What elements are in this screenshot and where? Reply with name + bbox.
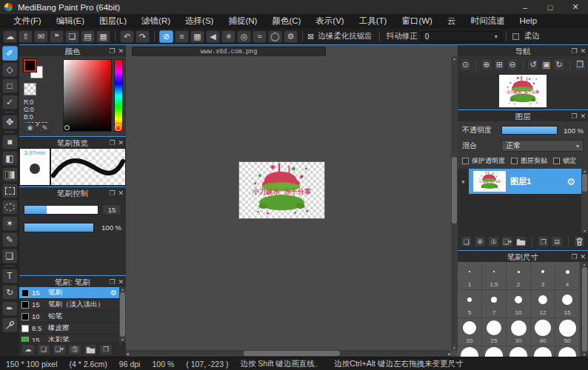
arrow-down-icon[interactable]: ▼ (452, 346, 456, 350)
brush-size-option[interactable]: 1 (458, 262, 482, 290)
polyline-tool[interactable]: ✓ (2, 95, 18, 110)
document-area[interactable] (126, 56, 451, 350)
popout-icon[interactable]: ❐ (571, 113, 577, 120)
transparent-color-swatch[interactable] (24, 83, 36, 95)
layer-visibility-toggle[interactable]: ● (458, 169, 469, 194)
snap-concentric-button[interactable]: ◎ (237, 30, 251, 43)
blend-mode-select[interactable]: 正常 ▾ (501, 140, 584, 152)
canvas-horizontal-scrollbar[interactable]: ◀ ▶ (126, 350, 451, 357)
menu-help[interactable]: Help (512, 14, 544, 28)
arrow-up-icon[interactable]: ▲ (583, 262, 587, 266)
pen-tool[interactable]: ✒ (2, 301, 18, 316)
close-icon[interactable]: ✕ (118, 140, 124, 147)
snap-off-button[interactable]: ⊘ (159, 30, 173, 43)
close-icon[interactable]: ✕ (580, 48, 586, 55)
arrow-down-icon[interactable]: ▼ (121, 337, 124, 342)
brush-size-option[interactable]: 90 (531, 346, 555, 357)
sv-marker[interactable] (64, 125, 70, 130)
comment-button[interactable]: ✉ (34, 30, 48, 43)
gradient-tool[interactable] (2, 167, 18, 182)
brush-size-option[interactable]: 4 (555, 262, 580, 290)
brush-size-option[interactable]: 70 (482, 346, 507, 357)
new-1bit-layer-button[interactable]: ① (488, 236, 499, 247)
snap-curve-button[interactable]: ≈ (253, 30, 267, 43)
menu-snap[interactable]: 捕捉(N) (221, 14, 264, 28)
move-tool[interactable]: ✥ (2, 115, 18, 130)
arrow-up-icon[interactable]: ▲ (452, 56, 456, 61)
protect-alpha-checkbox[interactable] (462, 158, 469, 164)
menu-select[interactable]: 选择(S) (178, 14, 221, 28)
eraser-tool[interactable]: ◇ (2, 62, 18, 77)
new-layer-button[interactable]: ❏ (461, 236, 472, 247)
document-tab[interactable]: www.x6d.com.png (132, 47, 326, 56)
saturation-value-picker[interactable] (63, 59, 112, 132)
brush-size-option[interactable]: 7 (482, 290, 507, 318)
cloud-sync-button[interactable]: ☁ (3, 30, 17, 43)
brush-cloud-button[interactable]: ☁ (21, 344, 35, 355)
popout-icon[interactable]: ❐ (109, 48, 115, 55)
hue-slider[interactable] (114, 59, 123, 132)
flip-view-button[interactable]: ❒ (575, 58, 586, 71)
snap-grid-button[interactable]: ▦ (190, 30, 204, 43)
fit-view-button[interactable]: ⊞ (494, 58, 505, 71)
brush-size-option[interactable]: 50 (555, 318, 580, 346)
snap-radial-button[interactable]: ✳ (221, 30, 235, 43)
close-icon[interactable]: ✕ (118, 190, 124, 197)
brush-new-menu-button[interactable]: ❏▾ (53, 344, 66, 355)
publish-button[interactable]: ⇧ (19, 30, 33, 43)
menu-layer[interactable]: 图层(L) (92, 14, 134, 28)
brush-size-option[interactable]: 1.5 (482, 262, 507, 290)
reset-rotation-button[interactable]: ▣ (541, 58, 552, 71)
brush-size-option[interactable]: 20 (458, 318, 482, 346)
foreground-color-swatch[interactable] (24, 59, 36, 72)
brush-size-option[interactable]: 2 (507, 262, 531, 290)
scroll-thumb[interactable] (244, 351, 340, 356)
navigator-preview-area[interactable] (458, 73, 588, 109)
brush-item[interactable]: 15 笔刷（淡入淡出） (19, 299, 119, 311)
brush-size-option[interactable]: 30 (507, 318, 531, 346)
layer-folder-button[interactable] (515, 236, 527, 247)
snap-vanishing-button[interactable]: ◀ (206, 30, 220, 43)
material-button[interactable]: ▤ (81, 30, 95, 43)
select-eraser-tool[interactable]: ❑ (2, 249, 18, 263)
clipping-checkbox[interactable] (511, 158, 518, 164)
brush-folder-button[interactable] (84, 344, 97, 355)
scroll-thumb[interactable] (582, 174, 587, 192)
palette-edit-button[interactable]: ✎ (39, 123, 51, 132)
rotate-view-tool[interactable]: ↻ (2, 285, 18, 300)
arrow-up-icon[interactable]: ▲ (583, 169, 587, 173)
popout-icon[interactable]: ❐ (109, 140, 115, 147)
redo-button[interactable]: ↷ (136, 30, 150, 43)
rotate-cw-button[interactable]: ↻ (553, 58, 564, 71)
zoom-out-button[interactable]: ⊖ (507, 58, 518, 71)
brush-new-button[interactable]: ❏ (37, 344, 50, 355)
brush-size-option[interactable]: 12 (531, 290, 555, 318)
brush-item[interactable]: 8.5 橡皮擦 (19, 323, 119, 334)
menu-edit[interactable]: 编辑(E) (49, 14, 92, 28)
add-layer-menu-button[interactable]: ❏▾ (501, 236, 512, 247)
maximize-button[interactable]: □ (538, 0, 563, 14)
hue-marker[interactable] (115, 124, 121, 131)
antialias-toggle-icon[interactable]: ⊠ (307, 32, 314, 41)
fill-rect-tool[interactable]: ■ (2, 135, 18, 149)
menu-tool[interactable]: 工具(T) (352, 14, 395, 28)
brush-size-option[interactable]: 100 (555, 346, 580, 357)
arrow-down-icon[interactable]: ▼ (583, 229, 587, 233)
snap-settings-button[interactable]: ⚙ (284, 30, 298, 43)
brush-size-option[interactable]: 3 (531, 262, 555, 290)
popout-icon[interactable]: ❐ (109, 279, 115, 286)
arrow-up-icon[interactable]: ▲ (121, 287, 124, 292)
select-pen-tool[interactable]: ✎ (2, 232, 18, 247)
menu-view[interactable]: 表示(V) (308, 14, 351, 28)
menu-file[interactable]: 文件(F) (6, 14, 49, 28)
eyedropper-tool[interactable] (2, 317, 18, 332)
snap-ellipse-button[interactable]: ◯ (268, 30, 282, 43)
brush-size-option[interactable]: 25 (482, 318, 507, 346)
menu-timelapse[interactable]: 时间流逝 (463, 14, 512, 28)
shape-tool[interactable]: □ (2, 78, 18, 93)
scroll-thumb[interactable] (582, 267, 587, 352)
brush-size-value[interactable]: 15 (102, 204, 121, 215)
gear-icon[interactable]: ⚙ (567, 176, 575, 187)
scroll-thumb[interactable] (120, 292, 125, 337)
undo-button[interactable]: ↶ (120, 30, 134, 43)
